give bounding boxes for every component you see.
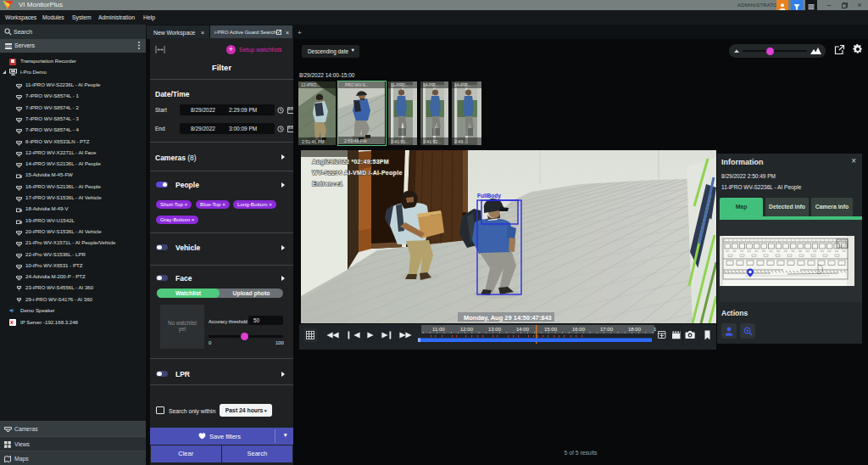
svg-text:14:00: 14:00 bbox=[516, 327, 530, 332]
svg-text:WV-S2236 AI-VMD /-AI-People: WV-S2236 AI-VMD /-AI-People bbox=[312, 170, 403, 176]
svg-text:Entrance1: Entrance1 bbox=[312, 181, 343, 187]
svg-text:18:00: 18:00 bbox=[628, 327, 642, 332]
svg-text:2:41:52...: 2:41:52... bbox=[423, 139, 442, 144]
svg-text:FullBody: FullBody bbox=[477, 193, 501, 199]
svg-text:11:00: 11:00 bbox=[432, 327, 445, 332]
svg-text:14-iPR...: 14-iPR... bbox=[454, 83, 470, 87]
svg-text:13:00: 13:00 bbox=[488, 327, 502, 332]
svg-text:2:41:51...: 2:41:51... bbox=[391, 139, 409, 144]
svg-text:12-iPRO...: 12-iPRO... bbox=[301, 83, 320, 87]
svg-text:11-PRO...: 11-PRO... bbox=[391, 83, 409, 87]
svg-text:14-PR...: 14-PR... bbox=[423, 83, 438, 87]
svg-text:Aug/29/2022 *02:49:53PM: Aug/29/2022 *02:49:53PM bbox=[312, 159, 389, 165]
svg-text:2:51:46 PM: 2:51:46 PM bbox=[302, 139, 325, 144]
svg-text:17:00: 17:00 bbox=[600, 327, 614, 332]
svg-text:2:49:...: 2:49:... bbox=[454, 139, 468, 144]
svg-text:2:59:49 PM: 2:59:49 PM bbox=[344, 138, 367, 143]
svg-text:12:00: 12:00 bbox=[460, 327, 474, 332]
svg-text:PRO WV-S...: PRO WV-S... bbox=[345, 83, 369, 87]
svg-text:Monday, Aug 29 14:50:47:843: Monday, Aug 29 14:50:47:843 bbox=[464, 314, 552, 322]
svg-text:15:00: 15:00 bbox=[544, 327, 558, 332]
svg-text:16:00: 16:00 bbox=[572, 327, 586, 332]
